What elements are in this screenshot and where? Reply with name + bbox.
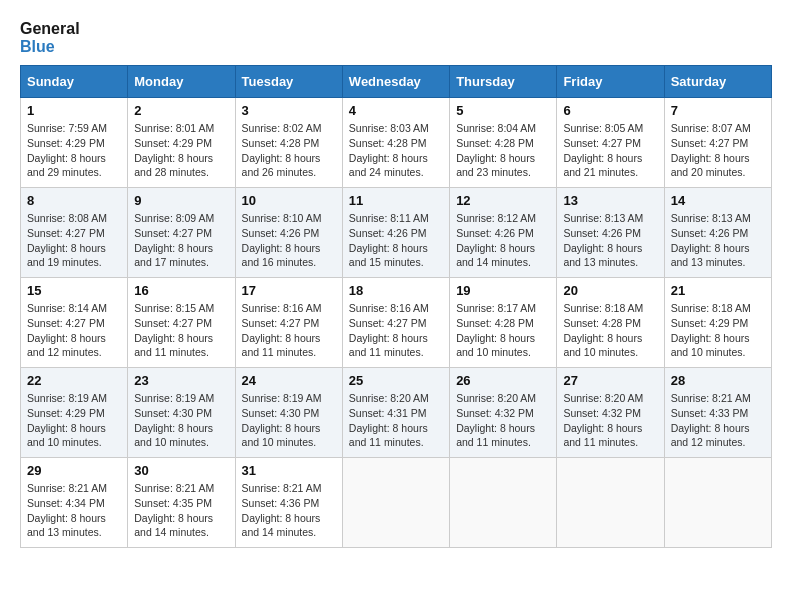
col-header-tuesday: Tuesday (235, 66, 342, 98)
day-number: 12 (456, 193, 550, 208)
day-number: 17 (242, 283, 336, 298)
calendar-week-1: 1Sunrise: 7:59 AMSunset: 4:29 PMDaylight… (21, 98, 772, 188)
day-info: Sunrise: 8:17 AMSunset: 4:28 PMDaylight:… (456, 301, 550, 360)
day-number: 8 (27, 193, 121, 208)
day-number: 7 (671, 103, 765, 118)
day-number: 27 (563, 373, 657, 388)
calendar-cell: 3Sunrise: 8:02 AMSunset: 4:28 PMDaylight… (235, 98, 342, 188)
day-number: 31 (242, 463, 336, 478)
day-info: Sunrise: 8:10 AMSunset: 4:26 PMDaylight:… (242, 211, 336, 270)
day-number: 13 (563, 193, 657, 208)
day-number: 19 (456, 283, 550, 298)
calendar-cell: 5Sunrise: 8:04 AMSunset: 4:28 PMDaylight… (450, 98, 557, 188)
day-number: 11 (349, 193, 443, 208)
calendar-cell: 19Sunrise: 8:17 AMSunset: 4:28 PMDayligh… (450, 278, 557, 368)
day-number: 24 (242, 373, 336, 388)
day-info: Sunrise: 8:08 AMSunset: 4:27 PMDaylight:… (27, 211, 121, 270)
day-number: 29 (27, 463, 121, 478)
calendar-cell: 11Sunrise: 8:11 AMSunset: 4:26 PMDayligh… (342, 188, 449, 278)
day-number: 5 (456, 103, 550, 118)
day-number: 23 (134, 373, 228, 388)
day-number: 28 (671, 373, 765, 388)
calendar-cell: 17Sunrise: 8:16 AMSunset: 4:27 PMDayligh… (235, 278, 342, 368)
calendar-cell: 21Sunrise: 8:18 AMSunset: 4:29 PMDayligh… (664, 278, 771, 368)
calendar-cell: 10Sunrise: 8:10 AMSunset: 4:26 PMDayligh… (235, 188, 342, 278)
day-info: Sunrise: 8:19 AMSunset: 4:29 PMDaylight:… (27, 391, 121, 450)
calendar-cell: 7Sunrise: 8:07 AMSunset: 4:27 PMDaylight… (664, 98, 771, 188)
day-info: Sunrise: 8:21 AMSunset: 4:34 PMDaylight:… (27, 481, 121, 540)
day-info: Sunrise: 8:02 AMSunset: 4:28 PMDaylight:… (242, 121, 336, 180)
day-number: 9 (134, 193, 228, 208)
day-number: 2 (134, 103, 228, 118)
col-header-saturday: Saturday (664, 66, 771, 98)
day-number: 22 (27, 373, 121, 388)
calendar-table: SundayMondayTuesdayWednesdayThursdayFrid… (20, 65, 772, 548)
day-info: Sunrise: 8:13 AMSunset: 4:26 PMDaylight:… (563, 211, 657, 270)
calendar-cell: 18Sunrise: 8:16 AMSunset: 4:27 PMDayligh… (342, 278, 449, 368)
day-info: Sunrise: 8:16 AMSunset: 4:27 PMDaylight:… (242, 301, 336, 360)
calendar-cell: 13Sunrise: 8:13 AMSunset: 4:26 PMDayligh… (557, 188, 664, 278)
day-info: Sunrise: 8:12 AMSunset: 4:26 PMDaylight:… (456, 211, 550, 270)
page-header: General Blue General Blue (20, 20, 772, 55)
day-number: 6 (563, 103, 657, 118)
day-info: Sunrise: 8:21 AMSunset: 4:35 PMDaylight:… (134, 481, 228, 540)
day-info: Sunrise: 8:03 AMSunset: 4:28 PMDaylight:… (349, 121, 443, 180)
col-header-monday: Monday (128, 66, 235, 98)
day-info: Sunrise: 8:18 AMSunset: 4:28 PMDaylight:… (563, 301, 657, 360)
calendar-week-4: 22Sunrise: 8:19 AMSunset: 4:29 PMDayligh… (21, 368, 772, 458)
day-info: Sunrise: 8:20 AMSunset: 4:32 PMDaylight:… (456, 391, 550, 450)
day-info: Sunrise: 8:01 AMSunset: 4:29 PMDaylight:… (134, 121, 228, 180)
calendar-cell: 22Sunrise: 8:19 AMSunset: 4:29 PMDayligh… (21, 368, 128, 458)
day-number: 30 (134, 463, 228, 478)
logo-general: General (20, 20, 80, 38)
day-number: 25 (349, 373, 443, 388)
calendar-cell: 31Sunrise: 8:21 AMSunset: 4:36 PMDayligh… (235, 458, 342, 548)
day-info: Sunrise: 8:20 AMSunset: 4:31 PMDaylight:… (349, 391, 443, 450)
day-number: 21 (671, 283, 765, 298)
day-info: Sunrise: 8:16 AMSunset: 4:27 PMDaylight:… (349, 301, 443, 360)
day-info: Sunrise: 8:21 AMSunset: 4:33 PMDaylight:… (671, 391, 765, 450)
day-info: Sunrise: 8:13 AMSunset: 4:26 PMDaylight:… (671, 211, 765, 270)
calendar-week-3: 15Sunrise: 8:14 AMSunset: 4:27 PMDayligh… (21, 278, 772, 368)
day-number: 15 (27, 283, 121, 298)
calendar-cell: 30Sunrise: 8:21 AMSunset: 4:35 PMDayligh… (128, 458, 235, 548)
day-info: Sunrise: 8:18 AMSunset: 4:29 PMDaylight:… (671, 301, 765, 360)
logo: General Blue General Blue (20, 20, 80, 55)
calendar-cell: 26Sunrise: 8:20 AMSunset: 4:32 PMDayligh… (450, 368, 557, 458)
day-number: 4 (349, 103, 443, 118)
calendar-cell: 6Sunrise: 8:05 AMSunset: 4:27 PMDaylight… (557, 98, 664, 188)
day-info: Sunrise: 8:14 AMSunset: 4:27 PMDaylight:… (27, 301, 121, 360)
calendar-cell: 2Sunrise: 8:01 AMSunset: 4:29 PMDaylight… (128, 98, 235, 188)
calendar-cell: 28Sunrise: 8:21 AMSunset: 4:33 PMDayligh… (664, 368, 771, 458)
day-number: 16 (134, 283, 228, 298)
col-header-wednesday: Wednesday (342, 66, 449, 98)
calendar-cell: 12Sunrise: 8:12 AMSunset: 4:26 PMDayligh… (450, 188, 557, 278)
col-header-thursday: Thursday (450, 66, 557, 98)
calendar-cell: 25Sunrise: 8:20 AMSunset: 4:31 PMDayligh… (342, 368, 449, 458)
calendar-cell: 8Sunrise: 8:08 AMSunset: 4:27 PMDaylight… (21, 188, 128, 278)
day-number: 14 (671, 193, 765, 208)
calendar-cell: 16Sunrise: 8:15 AMSunset: 4:27 PMDayligh… (128, 278, 235, 368)
calendar-cell: 23Sunrise: 8:19 AMSunset: 4:30 PMDayligh… (128, 368, 235, 458)
day-number: 3 (242, 103, 336, 118)
day-info: Sunrise: 8:04 AMSunset: 4:28 PMDaylight:… (456, 121, 550, 180)
day-info: Sunrise: 8:09 AMSunset: 4:27 PMDaylight:… (134, 211, 228, 270)
calendar-cell (450, 458, 557, 548)
calendar-cell (342, 458, 449, 548)
col-header-friday: Friday (557, 66, 664, 98)
day-info: Sunrise: 7:59 AMSunset: 4:29 PMDaylight:… (27, 121, 121, 180)
day-number: 1 (27, 103, 121, 118)
calendar-week-5: 29Sunrise: 8:21 AMSunset: 4:34 PMDayligh… (21, 458, 772, 548)
day-info: Sunrise: 8:11 AMSunset: 4:26 PMDaylight:… (349, 211, 443, 270)
calendar-cell: 24Sunrise: 8:19 AMSunset: 4:30 PMDayligh… (235, 368, 342, 458)
calendar-cell: 15Sunrise: 8:14 AMSunset: 4:27 PMDayligh… (21, 278, 128, 368)
calendar-cell: 14Sunrise: 8:13 AMSunset: 4:26 PMDayligh… (664, 188, 771, 278)
calendar-cell: 1Sunrise: 7:59 AMSunset: 4:29 PMDaylight… (21, 98, 128, 188)
calendar-cell: 4Sunrise: 8:03 AMSunset: 4:28 PMDaylight… (342, 98, 449, 188)
day-number: 10 (242, 193, 336, 208)
day-number: 18 (349, 283, 443, 298)
day-info: Sunrise: 8:15 AMSunset: 4:27 PMDaylight:… (134, 301, 228, 360)
calendar-cell: 9Sunrise: 8:09 AMSunset: 4:27 PMDaylight… (128, 188, 235, 278)
day-info: Sunrise: 8:19 AMSunset: 4:30 PMDaylight:… (242, 391, 336, 450)
calendar-cell: 29Sunrise: 8:21 AMSunset: 4:34 PMDayligh… (21, 458, 128, 548)
